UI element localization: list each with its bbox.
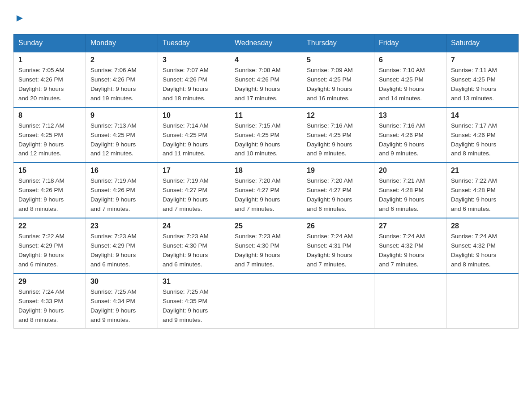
day-info: Sunrise: 7:22 AMSunset: 4:29 PMDaylight:… bbox=[18, 232, 81, 270]
day-number: 10 bbox=[163, 111, 225, 120]
day-info: Sunrise: 7:06 AMSunset: 4:26 PMDaylight:… bbox=[90, 66, 153, 103]
header-thursday: Thursday bbox=[302, 34, 374, 52]
day-number: 4 bbox=[235, 56, 297, 64]
calendar-cell: 16Sunrise: 7:19 AMSunset: 4:26 PMDayligh… bbox=[86, 163, 158, 218]
calendar-week-row: 29Sunrise: 7:24 AMSunset: 4:33 PMDayligh… bbox=[14, 274, 519, 329]
day-info: Sunrise: 7:23 AMSunset: 4:30 PMDaylight:… bbox=[163, 232, 225, 270]
calendar-cell: 25Sunrise: 7:23 AMSunset: 4:30 PMDayligh… bbox=[230, 218, 302, 274]
day-info: Sunrise: 7:10 AMSunset: 4:25 PMDaylight:… bbox=[379, 66, 442, 103]
calendar-cell bbox=[230, 274, 302, 329]
day-info: Sunrise: 7:07 AMSunset: 4:26 PMDaylight:… bbox=[163, 66, 225, 103]
calendar-cell: 26Sunrise: 7:24 AMSunset: 4:31 PMDayligh… bbox=[302, 218, 374, 274]
day-number: 15 bbox=[18, 167, 81, 175]
calendar-cell: 7Sunrise: 7:11 AMSunset: 4:25 PMDaylight… bbox=[446, 52, 519, 107]
calendar-cell bbox=[302, 274, 374, 329]
day-info: Sunrise: 7:12 AMSunset: 4:25 PMDaylight:… bbox=[18, 121, 81, 159]
calendar-cell: 15Sunrise: 7:18 AMSunset: 4:26 PMDayligh… bbox=[14, 163, 86, 218]
calendar-cell bbox=[446, 274, 519, 329]
calendar-cell: 20Sunrise: 7:21 AMSunset: 4:28 PMDayligh… bbox=[374, 163, 446, 218]
calendar-cell: 2Sunrise: 7:06 AMSunset: 4:26 PMDaylight… bbox=[86, 52, 158, 107]
day-number: 22 bbox=[18, 222, 81, 230]
header-tuesday: Tuesday bbox=[158, 34, 230, 52]
day-number: 27 bbox=[379, 222, 442, 230]
day-info: Sunrise: 7:19 AMSunset: 4:26 PMDaylight:… bbox=[90, 176, 153, 214]
calendar-cell: 11Sunrise: 7:15 AMSunset: 4:25 PMDayligh… bbox=[230, 107, 302, 163]
day-info: Sunrise: 7:24 AMSunset: 4:32 PMDaylight:… bbox=[451, 232, 514, 270]
day-number: 7 bbox=[451, 56, 514, 64]
calendar-cell: 27Sunrise: 7:24 AMSunset: 4:32 PMDayligh… bbox=[374, 218, 446, 274]
day-info: Sunrise: 7:19 AMSunset: 4:27 PMDaylight:… bbox=[163, 176, 225, 214]
calendar-cell: 24Sunrise: 7:23 AMSunset: 4:30 PMDayligh… bbox=[158, 218, 230, 274]
calendar-cell: 10Sunrise: 7:14 AMSunset: 4:25 PMDayligh… bbox=[158, 107, 230, 163]
day-info: Sunrise: 7:20 AMSunset: 4:27 PMDaylight:… bbox=[307, 176, 369, 214]
header-sunday: Sunday bbox=[14, 34, 86, 52]
day-info: Sunrise: 7:08 AMSunset: 4:26 PMDaylight:… bbox=[235, 66, 297, 103]
day-number: 20 bbox=[379, 167, 442, 175]
day-number: 29 bbox=[18, 278, 81, 286]
day-number: 14 bbox=[451, 111, 514, 120]
calendar-cell: 12Sunrise: 7:16 AMSunset: 4:25 PMDayligh… bbox=[302, 107, 374, 163]
day-info: Sunrise: 7:17 AMSunset: 4:26 PMDaylight:… bbox=[451, 121, 514, 159]
day-number: 3 bbox=[163, 56, 225, 64]
calendar-cell: 23Sunrise: 7:23 AMSunset: 4:29 PMDayligh… bbox=[86, 218, 158, 274]
calendar-cell: 17Sunrise: 7:19 AMSunset: 4:27 PMDayligh… bbox=[158, 163, 230, 218]
calendar-week-row: 22Sunrise: 7:22 AMSunset: 4:29 PMDayligh… bbox=[14, 218, 519, 274]
logo bbox=[13, 13, 25, 25]
calendar-cell: 19Sunrise: 7:20 AMSunset: 4:27 PMDayligh… bbox=[302, 163, 374, 218]
day-number: 23 bbox=[90, 222, 153, 230]
svg-marker-0 bbox=[17, 15, 23, 21]
calendar-week-row: 8Sunrise: 7:12 AMSunset: 4:25 PMDaylight… bbox=[14, 107, 519, 163]
day-number: 11 bbox=[235, 111, 297, 120]
day-info: Sunrise: 7:20 AMSunset: 4:27 PMDaylight:… bbox=[235, 176, 297, 214]
calendar-cell: 14Sunrise: 7:17 AMSunset: 4:26 PMDayligh… bbox=[446, 107, 519, 163]
calendar-cell: 18Sunrise: 7:20 AMSunset: 4:27 PMDayligh… bbox=[230, 163, 302, 218]
calendar-cell: 5Sunrise: 7:09 AMSunset: 4:25 PMDaylight… bbox=[302, 52, 374, 107]
day-info: Sunrise: 7:14 AMSunset: 4:25 PMDaylight:… bbox=[163, 121, 225, 159]
calendar-table: SundayMondayTuesdayWednesdayThursdayFrid… bbox=[13, 34, 519, 329]
day-info: Sunrise: 7:05 AMSunset: 4:26 PMDaylight:… bbox=[18, 66, 81, 103]
calendar-cell: 30Sunrise: 7:25 AMSunset: 4:34 PMDayligh… bbox=[86, 274, 158, 329]
day-info: Sunrise: 7:16 AMSunset: 4:25 PMDaylight:… bbox=[307, 121, 369, 159]
day-info: Sunrise: 7:23 AMSunset: 4:29 PMDaylight:… bbox=[90, 232, 153, 270]
day-number: 31 bbox=[163, 278, 225, 286]
calendar-cell: 31Sunrise: 7:25 AMSunset: 4:35 PMDayligh… bbox=[158, 274, 230, 329]
day-info: Sunrise: 7:13 AMSunset: 4:25 PMDaylight:… bbox=[90, 121, 153, 159]
calendar-week-row: 1Sunrise: 7:05 AMSunset: 4:26 PMDaylight… bbox=[14, 52, 519, 107]
day-number: 9 bbox=[90, 111, 153, 120]
day-info: Sunrise: 7:25 AMSunset: 4:35 PMDaylight:… bbox=[163, 287, 225, 325]
day-info: Sunrise: 7:24 AMSunset: 4:31 PMDaylight:… bbox=[307, 232, 369, 270]
day-number: 13 bbox=[379, 111, 442, 120]
day-number: 24 bbox=[163, 222, 225, 230]
calendar-cell: 29Sunrise: 7:24 AMSunset: 4:33 PMDayligh… bbox=[14, 274, 86, 329]
day-info: Sunrise: 7:22 AMSunset: 4:28 PMDaylight:… bbox=[451, 176, 514, 214]
header-saturday: Saturday bbox=[446, 34, 519, 52]
logo-arrow-icon bbox=[15, 13, 25, 25]
day-number: 5 bbox=[307, 56, 369, 64]
day-info: Sunrise: 7:25 AMSunset: 4:34 PMDaylight:… bbox=[90, 287, 153, 325]
day-number: 8 bbox=[18, 111, 81, 120]
day-number: 18 bbox=[235, 167, 297, 175]
page-header bbox=[13, 13, 519, 25]
calendar-header-row: SundayMondayTuesdayWednesdayThursdayFrid… bbox=[14, 34, 519, 52]
calendar-cell: 4Sunrise: 7:08 AMSunset: 4:26 PMDaylight… bbox=[230, 52, 302, 107]
day-number: 12 bbox=[307, 111, 369, 120]
day-number: 19 bbox=[307, 167, 369, 175]
day-info: Sunrise: 7:18 AMSunset: 4:26 PMDaylight:… bbox=[18, 176, 81, 214]
day-number: 30 bbox=[90, 278, 153, 286]
day-info: Sunrise: 7:16 AMSunset: 4:26 PMDaylight:… bbox=[379, 121, 442, 159]
calendar-cell: 13Sunrise: 7:16 AMSunset: 4:26 PMDayligh… bbox=[374, 107, 446, 163]
day-number: 21 bbox=[451, 167, 514, 175]
calendar-cell: 21Sunrise: 7:22 AMSunset: 4:28 PMDayligh… bbox=[446, 163, 519, 218]
calendar-cell: 1Sunrise: 7:05 AMSunset: 4:26 PMDaylight… bbox=[14, 52, 86, 107]
calendar-cell: 28Sunrise: 7:24 AMSunset: 4:32 PMDayligh… bbox=[446, 218, 519, 274]
day-number: 2 bbox=[90, 56, 153, 64]
day-number: 28 bbox=[451, 222, 514, 230]
header-monday: Monday bbox=[86, 34, 158, 52]
day-number: 26 bbox=[307, 222, 369, 230]
day-info: Sunrise: 7:15 AMSunset: 4:25 PMDaylight:… bbox=[235, 121, 297, 159]
day-info: Sunrise: 7:23 AMSunset: 4:30 PMDaylight:… bbox=[235, 232, 297, 270]
day-number: 25 bbox=[235, 222, 297, 230]
header-wednesday: Wednesday bbox=[230, 34, 302, 52]
calendar-cell: 22Sunrise: 7:22 AMSunset: 4:29 PMDayligh… bbox=[14, 218, 86, 274]
header-friday: Friday bbox=[374, 34, 446, 52]
